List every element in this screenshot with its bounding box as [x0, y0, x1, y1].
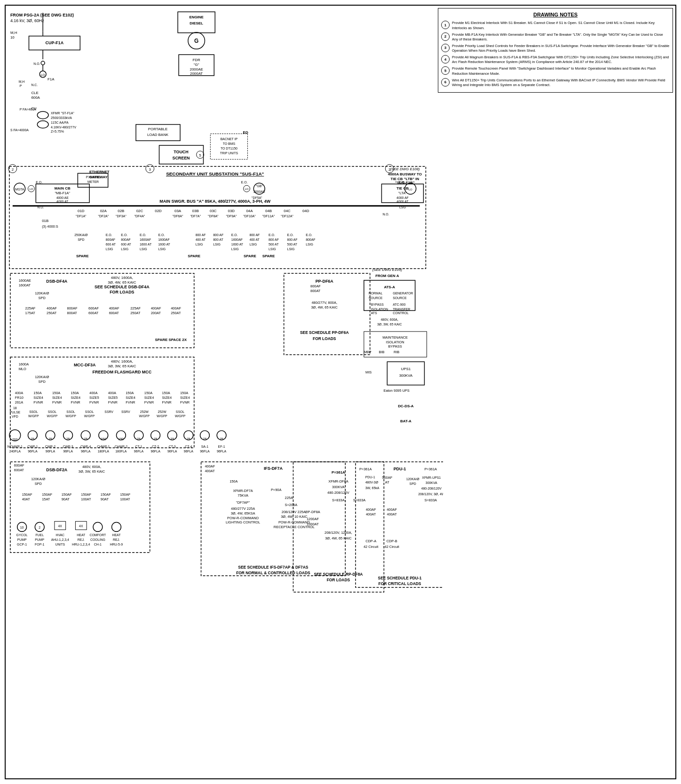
ref-2-right-text: 2 [388, 167, 390, 172]
mcc-4-150a: 150A [71, 391, 79, 395]
fdr-g-label: "G" [194, 63, 199, 67]
lsig-02c: LSIG [140, 247, 147, 251]
s-833a-2: S=833A [353, 498, 366, 502]
no-main-label: N.O. [37, 206, 44, 209]
dsb2a-spd: SPD [35, 482, 42, 486]
see-sched-dsb: SEE SCHEDULE DSB-DF4A [95, 285, 150, 289]
motor-150-1: 150 [101, 437, 106, 441]
fdr-g-at: 2000AT [190, 71, 203, 76]
xfmr-spec4: Z=5.75% [51, 130, 64, 133]
ssol-1: SSOL [29, 410, 38, 413]
af-04c: 800 AF [287, 238, 298, 241]
mcc-2-fvnr: FVNR [33, 400, 43, 404]
df7ap-lighting: LIGHTING CONTROL [226, 520, 260, 524]
ahu-label: AHU-1,2,3,4 [51, 538, 69, 541]
eo-03d: E.O. [231, 233, 238, 237]
ct3-label: CT-3 [169, 445, 176, 448]
outer-border: DRAWING NOTES 1 Provide M1 Electrical In… [5, 5, 676, 779]
cup-f1a-label: CUP-F1A [46, 40, 64, 45]
pdu1-3w: 3W, 65kA [365, 486, 380, 490]
df2a-sub5-150af: 150AF [101, 492, 111, 497]
cle-label: CLE [31, 91, 38, 95]
4x-hvac: 4X [58, 524, 63, 528]
at-03b: 400 AT [196, 238, 206, 241]
nchwp1-fla: 240FLA [9, 450, 21, 453]
01d-label: 01D [78, 209, 85, 213]
sa1-fla: 96FLA [200, 450, 210, 453]
ref-3-text: 3 [149, 167, 151, 172]
at-04a: 400 AT [249, 238, 260, 241]
rp-1000at: 1000AT [307, 522, 319, 526]
df2a-sub6-150af: 150AF [120, 492, 130, 497]
df7ap-powrcommand: POW-R-COMMAND [227, 516, 259, 520]
af-04d: 800AF [306, 238, 315, 241]
pulse-vfd-18: 18 [13, 406, 17, 410]
for-critical-loads: FOR CRITICAL LOADS [379, 581, 421, 586]
no-switch-circle-1 [41, 61, 45, 65]
lsig-03c: LSIG [213, 243, 221, 246]
df2a-sub4-100at: 100AT [81, 497, 91, 501]
tie-cb-lsg: LSG [399, 206, 406, 209]
cu-label: CU [31, 106, 37, 111]
at-02d: 1600 AT [158, 243, 171, 246]
motor-75-3: 75 [66, 437, 70, 441]
mcc-7-150a: 150A [126, 391, 134, 395]
gb-amps: 2000AE [253, 190, 265, 193]
dsb-df4a-spec1: 480V, 1600A, [111, 276, 133, 280]
at-04c: 500 AT [287, 243, 298, 246]
normal-source: NORMAL [369, 292, 383, 295]
xfmr-df7a-75kva: 75KVA [238, 493, 248, 498]
at-02c: 1600 AT [140, 243, 152, 246]
from-gen-a: FROM GEN A [375, 274, 399, 278]
cooling-label: COOLING [90, 538, 105, 541]
at-04b: 500 AT [269, 243, 279, 246]
gen-source-2: SOURCE [393, 296, 407, 300]
ssol-3: SSOL [66, 410, 75, 413]
dsb-sub4-amps: 600AF [88, 306, 99, 310]
dsb-sub1-amps: 225AF [25, 306, 36, 310]
mcc-3-size4: SIZE4 [52, 396, 62, 400]
note-6: 6 Wire All DT1150+ Trip Units Communicat… [441, 78, 670, 87]
ct2-label: CT-2 [152, 445, 159, 448]
isolation-label: ISOLATION [386, 340, 404, 344]
heat-rej-2: REJ. [78, 538, 85, 541]
xfmr-name-label: XFMR "ST-F1A" [51, 111, 74, 115]
df9a-label: "DF9A" [226, 214, 237, 218]
df2a-sub3-150af: 150AF [62, 492, 72, 497]
cdp-b-42: 42 Circuit [385, 545, 399, 549]
at-02b: 600 AT [121, 243, 131, 246]
nc-label: N.C. [31, 83, 38, 87]
ch1-label: CH-1 [94, 543, 102, 546]
lsig-02a: LSIG [106, 247, 113, 251]
lsig-04b: LSIG [269, 247, 276, 251]
load-bank-label: LOAD BANK [147, 133, 169, 137]
heat-rej-lb: HEAT [112, 533, 121, 537]
df7a-label: "DF7A" [190, 214, 201, 218]
sus-f1a-label: SECONDARY UNIT SUBSTATION "SUS-F1A" [166, 171, 264, 176]
ssrv-label: SSRV [104, 410, 113, 413]
mh-p-label: M,H [19, 80, 25, 83]
heat-rej-lb2: REJ. [113, 538, 120, 541]
drawing-notes-title: DRAWING NOTES [441, 11, 670, 18]
04c-label: 04C [284, 209, 291, 213]
touch-screen-label-2: SCREEN [172, 156, 190, 160]
dsb-sub8-at: 250AT [171, 311, 181, 315]
ct4-label: CT-4 [185, 445, 192, 448]
mcc-2-size4: SIZE4 [33, 396, 43, 400]
mcc-8-size4: SIZE4 [144, 396, 154, 400]
mcc-9-size4: SIZE4 [162, 396, 172, 400]
df7ap-voltage: 480/277V 225A [231, 507, 255, 511]
pump-label: PUMP [35, 538, 44, 541]
rp-df8a-label: P=361A [332, 470, 345, 475]
see-sched-pp: SEE SCHEDULE PP-DF6A [300, 330, 349, 335]
pdu1-500af: 500AF [382, 476, 392, 480]
note-1: 1 Provide M1 Electrical Interlock With S… [441, 21, 670, 30]
load-10: 10 [20, 526, 24, 529]
ssol-4: SSOL [85, 410, 94, 413]
rib-label: RIB [394, 350, 399, 354]
ats-a-label: ATS-A [384, 285, 395, 289]
s-833a: S=833A [332, 498, 345, 502]
motor-75-ct2: 75 [154, 437, 158, 441]
pump-gcp1: PUMP [17, 538, 27, 541]
sfa-label: S FA=4000A [10, 128, 29, 132]
